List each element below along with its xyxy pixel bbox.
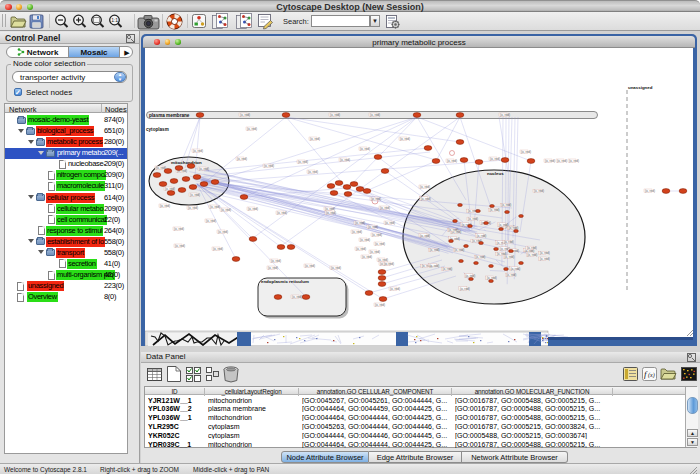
svg-text:(o, red): (o, red) bbox=[540, 251, 550, 255]
svg-text:(o, red): (o, red) bbox=[188, 206, 198, 210]
svg-text:(o, red): (o, red) bbox=[400, 137, 410, 141]
svg-text:(o, red): (o, red) bbox=[468, 217, 478, 221]
svg-text:(o, red): (o, red) bbox=[429, 264, 439, 268]
svg-text:mitochondrion: mitochondrion bbox=[171, 160, 202, 165]
svg-text:(o, red): (o, red) bbox=[371, 197, 381, 201]
svg-text:(o, red): (o, red) bbox=[240, 113, 250, 117]
svg-text:(o, red): (o, red) bbox=[271, 259, 281, 263]
svg-text:(o, red): (o, red) bbox=[569, 159, 579, 163]
svg-text:(o, red): (o, red) bbox=[355, 221, 365, 225]
svg-text:(o, red): (o, red) bbox=[527, 253, 537, 257]
svg-text:(o, red): (o, red) bbox=[545, 159, 555, 163]
svg-text:(o, red): (o, red) bbox=[465, 274, 475, 278]
svg-text:(o, red): (o, red) bbox=[264, 164, 274, 168]
svg-text:(o, red): (o, red) bbox=[527, 246, 537, 250]
svg-text:(o, red): (o, red) bbox=[447, 159, 457, 163]
svg-text:(o, red): (o, red) bbox=[206, 219, 216, 223]
svg-text:(o, red): (o, red) bbox=[190, 193, 200, 197]
svg-text:nucleus: nucleus bbox=[487, 171, 504, 176]
svg-text:(o, red): (o, red) bbox=[475, 255, 485, 259]
svg-text:(o, red): (o, red) bbox=[521, 150, 531, 154]
svg-text:(o, red): (o, red) bbox=[292, 295, 302, 299]
svg-text:(o, red): (o, red) bbox=[375, 303, 385, 307]
svg-text:plasma membrane: plasma membrane bbox=[149, 113, 190, 118]
svg-text:(o, red): (o, red) bbox=[645, 189, 655, 193]
svg-text:(o, red): (o, red) bbox=[476, 234, 486, 238]
svg-text:(o, red): (o, red) bbox=[237, 157, 247, 161]
svg-text:(o, red): (o, red) bbox=[420, 185, 430, 189]
svg-text:(o, red): (o, red) bbox=[504, 240, 514, 244]
svg-text:(o, red): (o, red) bbox=[248, 207, 258, 211]
svg-text:(o, red): (o, red) bbox=[298, 160, 308, 164]
svg-text:(o, red): (o, red) bbox=[534, 189, 544, 193]
svg-text:(x): (x) bbox=[648, 372, 655, 379]
svg-text:(o, red): (o, red) bbox=[368, 225, 378, 229]
svg-text:(o, red): (o, red) bbox=[442, 267, 452, 271]
svg-text:(o, red): (o, red) bbox=[385, 221, 395, 225]
svg-text:(o, red): (o, red) bbox=[213, 247, 223, 251]
svg-text:(o, red): (o, red) bbox=[370, 250, 380, 254]
svg-text:(o, red): (o, red) bbox=[362, 255, 372, 259]
svg-text:(o, red): (o, red) bbox=[448, 228, 458, 232]
svg-text:unassigned: unassigned bbox=[628, 85, 653, 90]
svg-text:(o, red): (o, red) bbox=[500, 113, 510, 117]
svg-text:(o, red): (o, red) bbox=[490, 208, 500, 212]
svg-text:(o, red): (o, red) bbox=[305, 264, 315, 268]
svg-text:(o, red): (o, red) bbox=[510, 267, 520, 271]
svg-text:(o, red): (o, red) bbox=[175, 244, 185, 248]
svg-text:(o, red): (o, red) bbox=[218, 230, 228, 234]
svg-text:(o, red): (o, red) bbox=[326, 211, 336, 215]
svg-text:(o, red): (o, red) bbox=[420, 234, 430, 238]
svg-text:cytoplasm: cytoplasm bbox=[146, 127, 169, 132]
svg-text:(o, red): (o, red) bbox=[210, 205, 220, 209]
svg-text:1:1: 1:1 bbox=[111, 17, 118, 23]
svg-text:(o, red): (o, red) bbox=[330, 113, 340, 117]
svg-text:(o, red): (o, red) bbox=[430, 248, 440, 252]
svg-text:(o, red): (o, red) bbox=[340, 158, 350, 162]
svg-text:(o, red): (o, red) bbox=[557, 159, 567, 163]
svg-text:(o, red): (o, red) bbox=[460, 287, 470, 291]
svg-text:(o, red): (o, red) bbox=[370, 113, 380, 117]
svg-text:(o, red): (o, red) bbox=[360, 238, 370, 242]
svg-text:(o, red): (o, red) bbox=[499, 223, 509, 227]
svg-text:(o, red): (o, red) bbox=[506, 273, 516, 277]
svg-text:(o, red): (o, red) bbox=[331, 266, 341, 270]
svg-text:(o, red): (o, red) bbox=[390, 287, 400, 291]
svg-text:(o, red): (o, red) bbox=[308, 170, 318, 174]
svg-text:(o, red): (o, red) bbox=[497, 252, 507, 256]
svg-text:(o, red): (o, red) bbox=[501, 203, 511, 207]
svg-text:(o, red): (o, red) bbox=[384, 262, 394, 266]
svg-text:(o, red): (o, red) bbox=[221, 208, 231, 212]
svg-text:(o, red): (o, red) bbox=[352, 230, 362, 234]
svg-text:(o, red): (o, red) bbox=[421, 197, 431, 201]
svg-text:(o, red): (o, red) bbox=[268, 266, 278, 270]
svg-text:(o, red): (o, red) bbox=[193, 149, 203, 153]
svg-text:(o, red): (o, red) bbox=[310, 137, 320, 141]
svg-text:(o, red): (o, red) bbox=[356, 247, 366, 251]
svg-text:(o, red): (o, red) bbox=[277, 211, 287, 215]
svg-text:(o, red): (o, red) bbox=[454, 248, 464, 252]
svg-text:endoplasmic reticulum: endoplasmic reticulum bbox=[261, 279, 309, 284]
svg-text:(o, red): (o, red) bbox=[380, 206, 390, 210]
svg-text:(o, red): (o, red) bbox=[160, 204, 170, 208]
svg-text:(o, red): (o, red) bbox=[375, 242, 385, 246]
svg-text:(o, red): (o, red) bbox=[247, 127, 257, 131]
svg-text:(o, red): (o, red) bbox=[199, 167, 209, 171]
svg-text:(o, red): (o, red) bbox=[360, 147, 370, 151]
svg-text:(o, red): (o, red) bbox=[540, 257, 550, 261]
svg-text:(o, red): (o, red) bbox=[490, 157, 500, 161]
svg-text:(o, red): (o, red) bbox=[372, 233, 382, 237]
svg-text:(o, red): (o, red) bbox=[174, 227, 184, 231]
